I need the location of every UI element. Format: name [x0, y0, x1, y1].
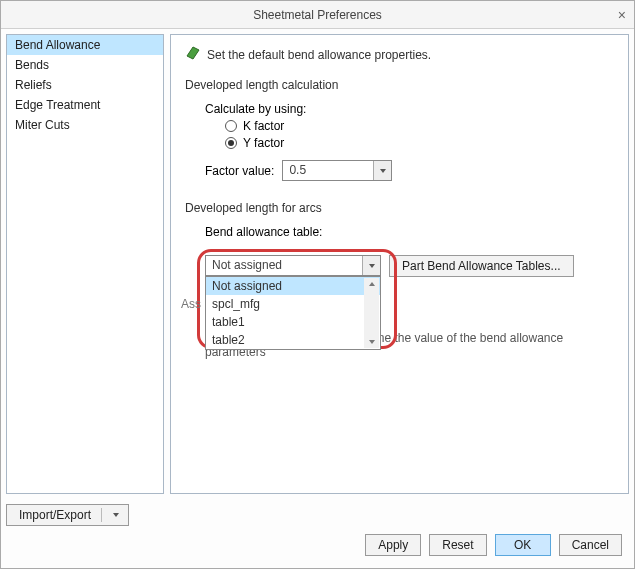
factor-value-input[interactable]: 0.5 — [282, 160, 392, 181]
apply-button[interactable]: Apply — [365, 534, 421, 556]
cancel-button[interactable]: Cancel — [559, 534, 622, 556]
section-developed-length-arcs: Developed length for arcs — [185, 201, 614, 215]
section-developed-length-calc: Developed length calculation — [185, 78, 614, 92]
sidebar-item-reliefs[interactable]: Reliefs — [7, 75, 163, 95]
dialog-window: Sheetmetal Preferences × Bend Allowance … — [0, 0, 635, 569]
bat-option-spcl-mfg[interactable]: spcl_mfg — [206, 295, 380, 313]
radio-y-factor[interactable]: Y factor — [225, 136, 614, 150]
ok-button[interactable]: OK — [495, 534, 551, 556]
radio-icon — [225, 137, 237, 149]
assigned-material-hint: Ass — [181, 297, 201, 311]
title-bar: Sheetmetal Preferences × — [1, 1, 634, 29]
sidebar-item-bend-allowance[interactable]: Bend Allowance — [7, 35, 163, 55]
nav-sidebar: Bend Allowance Bends Reliefs Edge Treatm… — [6, 34, 164, 494]
dialog-footer: Import/Export Apply Reset OK Cancel — [1, 499, 634, 568]
sidebar-item-miter-cuts[interactable]: Miter Cuts — [7, 115, 163, 135]
chevron-down-icon — [112, 511, 120, 519]
import-export-button[interactable]: Import/Export — [6, 504, 129, 526]
bat-option-not-assigned[interactable]: Not assigned — [206, 277, 380, 295]
bat-option-table2[interactable]: table2 — [206, 331, 380, 349]
reset-button[interactable]: Reset — [429, 534, 486, 556]
bat-combobox[interactable]: Not assigned — [205, 255, 381, 276]
header-row: Set the default bend allowance propertie… — [185, 45, 614, 64]
close-icon[interactable]: × — [618, 1, 626, 29]
chevron-down-icon — [368, 338, 376, 346]
bat-option-table1[interactable]: table1 — [206, 313, 380, 331]
chevron-down-icon[interactable] — [373, 161, 391, 180]
dropdown-scrollbar[interactable] — [364, 278, 379, 348]
sidebar-item-edge-treatment[interactable]: Edge Treatment — [7, 95, 163, 115]
chevron-down-icon[interactable] — [362, 256, 380, 275]
header-text: Set the default bend allowance propertie… — [207, 48, 431, 62]
sheetmetal-icon — [185, 45, 201, 64]
sidebar-item-bends[interactable]: Bends — [7, 55, 163, 75]
window-title: Sheetmetal Preferences — [253, 8, 382, 22]
bat-dropdown-area: Not assigned Not assigned spcl_mfg table… — [205, 255, 381, 276]
content-pane: Set the default bend allowance propertie… — [170, 34, 629, 494]
radio-icon — [225, 120, 237, 132]
calc-by-label: Calculate by using: — [185, 102, 614, 116]
radio-k-factor[interactable]: K factor — [225, 119, 614, 133]
chevron-up-icon — [368, 280, 376, 288]
factor-value-label: Factor value: — [205, 164, 274, 178]
dialog-body: Bend Allowance Bends Reliefs Edge Treatm… — [1, 29, 634, 499]
part-bat-button[interactable]: Part Bend Allowance Tables... — [389, 255, 574, 277]
bat-label: Bend allowance table: — [185, 225, 614, 239]
bat-dropdown-list: Not assigned spcl_mfg table1 table2 — [205, 276, 381, 350]
